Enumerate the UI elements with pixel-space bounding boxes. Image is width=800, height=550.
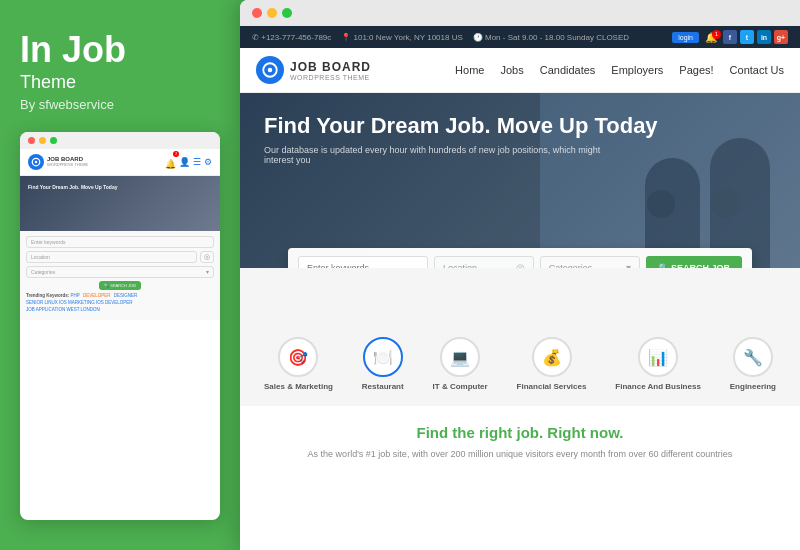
mini-user-icon: 👤 (179, 157, 190, 167)
category-finance-business-label: Finance And Business (615, 382, 701, 392)
site-topbar: ✆ +123-777-456-789c 📍 101:0 New York, NY… (240, 26, 800, 48)
logo-text-block: JOB BOARD WORDPRESS THEME (290, 60, 371, 81)
topbar-phone: ✆ +123-777-456-789c (252, 33, 331, 42)
mini-logo-icon (28, 154, 44, 170)
logo-icon (256, 56, 284, 84)
logo-main-text: JOB BOARD (290, 60, 371, 74)
bottom-title: Find the right job. Right now. (264, 422, 776, 443)
mini-category-select[interactable]: Categories ▾ (26, 266, 214, 278)
left-panel: In Job Theme By sfwebservice JOB BOARD W… (0, 0, 240, 550)
mini-notification-icon: 🔔 2 (165, 153, 176, 171)
search-button[interactable]: 🔍 SEARCH JOB (646, 256, 743, 268)
category-sales-label: Sales & Marketing (264, 382, 333, 392)
brand-title: In Job (20, 30, 220, 70)
mini-location-icon: ◎ (200, 251, 214, 263)
bottom-section: Find the right job. Right now. As the wo… (240, 406, 800, 550)
site-logo: JOB BOARD WORDPRESS THEME (256, 56, 371, 84)
nav-home[interactable]: Home (455, 64, 484, 76)
nav-links: Home Jobs Candidates Employers Pages! Co… (455, 64, 784, 76)
nav-pages[interactable]: Pages! (679, 64, 713, 76)
mini-hero: Find Your Dream Job. Move Up Today (20, 176, 220, 231)
twitter-icon[interactable]: t (740, 30, 754, 44)
location-input[interactable]: Location ◎ (434, 256, 534, 268)
social-icons: f t in g+ (723, 30, 788, 44)
category-financial[interactable]: 💰 Financial Services (517, 337, 587, 392)
category-finance-business[interactable]: 📊 Finance And Business (615, 337, 701, 392)
hero-search-container: Location ◎ Categories ▾ 🔍 SEARCH JOB Tre… (264, 253, 776, 268)
logo-sub-text: WORDPRESS THEME (290, 74, 371, 81)
main-browser-bar (240, 0, 800, 26)
login-button[interactable]: login (672, 32, 699, 43)
restaurant-icon: 🍽️ (363, 337, 403, 377)
category-engineering-label: Engineering (730, 382, 776, 392)
svg-point-1 (35, 160, 38, 163)
finance-business-icon: 📊 (638, 337, 678, 377)
category-select[interactable]: Categories ▾ (540, 256, 640, 268)
notification-badge: 🔔 1 (705, 32, 717, 43)
hero-section: Find Your Dream Job. Move Up Today Our d… (240, 93, 800, 268)
mini-logo: JOB BOARD WORDPRESS THEME (28, 154, 88, 170)
mini-browser-bar (20, 132, 220, 149)
googleplus-icon[interactable]: g+ (774, 30, 788, 44)
category-engineering[interactable]: 🔧 Engineering (730, 337, 776, 392)
mini-nav-icons: 🔔 2 👤 ☰ ⚙ (165, 153, 212, 171)
engineering-icon: 🔧 (733, 337, 773, 377)
nav-candidates[interactable]: Candidates (540, 64, 596, 76)
topbar-left: ✆ +123-777-456-789c 📍 101:0 New York, NY… (252, 33, 629, 42)
topbar-hours: 🕐 Mon - Sat 9.00 - 18.00 Sunday CLOSED (473, 33, 629, 42)
mini-logo-text: JOB BOARD WORDPRESS THEME (47, 156, 88, 167)
category-restaurant[interactable]: 🍽️ Restaurant (362, 337, 404, 392)
svg-point-3 (268, 68, 273, 73)
nav-employers[interactable]: Employers (611, 64, 663, 76)
main-browser: ✆ +123-777-456-789c 📍 101:0 New York, NY… (240, 0, 800, 550)
nav-contact[interactable]: Contact Us (730, 64, 784, 76)
mini-maximize-dot (50, 137, 57, 144)
mini-search-section: Enter keywords Location ◎ Categories ▾ 🔍… (20, 231, 220, 321)
site-nav: JOB BOARD WORDPRESS THEME Home Jobs Cand… (240, 48, 800, 93)
search-box: Location ◎ Categories ▾ 🔍 SEARCH JOB Tre… (288, 248, 752, 268)
linkedin-icon[interactable]: in (757, 30, 771, 44)
hero-subtitle: Our database is updated every hour with … (264, 145, 624, 165)
category-financial-label: Financial Services (517, 382, 587, 392)
hero-title: Find Your Dream Job. Move Up Today (264, 113, 704, 139)
facebook-icon[interactable]: f (723, 30, 737, 44)
brand-subtitle: Theme (20, 72, 220, 93)
nav-jobs[interactable]: Jobs (500, 64, 523, 76)
topbar-right: login 🔔 1 f t in g+ (672, 30, 788, 44)
mini-location-input[interactable]: Location (26, 251, 197, 263)
category-sales[interactable]: 🎯 Sales & Marketing (264, 337, 333, 392)
bottom-subtitle: As the world's #1 job site, with over 20… (264, 449, 776, 459)
close-dot (252, 8, 262, 18)
mini-minimize-dot (39, 137, 46, 144)
brand-author: By sfwebservice (20, 97, 220, 112)
it-icon: 💻 (440, 337, 480, 377)
mini-close-dot (28, 137, 35, 144)
category-restaurant-label: Restaurant (362, 382, 404, 392)
topbar-address: 📍 101:0 New York, NY 10018 US (341, 33, 462, 42)
mini-menu-icon: ☰ (193, 157, 201, 167)
sales-icon: 🎯 (278, 337, 318, 377)
keyword-input[interactable] (298, 256, 428, 268)
mini-search-button[interactable]: 🔍 SEARCH JOB (99, 281, 141, 290)
minimize-dot (267, 8, 277, 18)
hero-content: Find Your Dream Job. Move Up Today Our d… (240, 93, 800, 165)
category-it[interactable]: 💻 IT & Computer (433, 337, 488, 392)
mini-trending: Trending Keywords: PHP DEVELOPER DESIGNE… (26, 290, 214, 316)
financial-icon: 💰 (532, 337, 572, 377)
mini-browser-preview: JOB BOARD WORDPRESS THEME 🔔 2 👤 ☰ ⚙ Find… (20, 132, 220, 520)
mini-gear-icon: ⚙ (204, 157, 212, 167)
mini-keyword-input[interactable]: Enter keywords (26, 236, 214, 248)
categories-section: 🎯 Sales & Marketing 🍽️ Restaurant 💻 IT &… (240, 323, 800, 406)
maximize-dot (282, 8, 292, 18)
category-it-label: IT & Computer (433, 382, 488, 392)
mini-nav: JOB BOARD WORDPRESS THEME 🔔 2 👤 ☰ ⚙ (20, 149, 220, 176)
search-row: Location ◎ Categories ▾ 🔍 SEARCH JOB (298, 256, 742, 268)
